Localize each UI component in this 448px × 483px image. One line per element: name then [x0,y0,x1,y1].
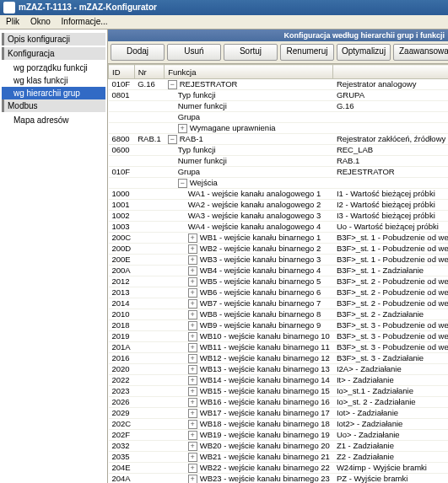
cell-id: 200A [109,266,135,276]
btn-dodaj[interactable]: Dodaj [111,44,165,61]
grid-row[interactable]: 0801Typ funkcjiGRUPA [109,90,449,101]
expand-icon[interactable]: + [188,475,197,483]
grid-row[interactable]: Grupa [109,112,449,123]
grid-row[interactable]: 010FGrupaREJESTRATOR [109,167,449,178]
cell-extra: B3F>_st. 1 - Pobudzenie od wejścia 1 [333,233,448,244]
grid-row[interactable]: 200A+WB4 - wejście kanału binarnego 4B3F… [109,266,449,276]
cell-nr [134,112,164,123]
grid-row[interactable]: 6800RAB.1−RAB-1Rejestrator zakłóceń, źró… [109,134,449,145]
grid-row[interactable]: 010FG.16−REJESTRATORRejestrator analogow… [109,79,449,90]
grid-row[interactable]: 2019+WB10 - wejście kanału binarnego 10B… [109,331,449,342]
grid-row[interactable]: 2020+WB13 - wejście kanału binarnego 13I… [109,364,449,375]
sidebar-item-klas[interactable]: wg klas funkcji [2,74,105,87]
sidebar-head-konfig[interactable]: Konfiguracja [2,47,105,60]
btn-optymalizuj[interactable]: Optymalizuj [337,44,391,61]
expand-icon[interactable]: + [188,409,197,418]
cell-extra: Rejestrator analogowy [333,79,448,90]
cell-funkcja-text: WB11 - wejście kanału binarnego 11 [200,342,330,352]
grid-row[interactable]: −Wejścia [109,178,449,189]
grid-row[interactable]: 2018+WB9 - wejście kanału binarnego 9B3F… [109,320,449,331]
btn-usun[interactable]: Usuń [167,44,221,61]
expand-icon[interactable]: + [188,244,197,254]
cell-funkcja-text: RAB-1 [180,134,203,143]
sidebar-item-hierarchii[interactable]: wg hierarchii grup [2,87,105,99]
btn-zaawansowane[interactable]: Zaawansowane [393,44,448,61]
grid-row[interactable]: 201A+WB11 - wejście kanału binarnego 11B… [109,342,449,353]
grid-row[interactable]: 0600Typ funkcjiREC_LAB [109,145,449,156]
expand-icon[interactable]: + [188,332,197,341]
col-header-extra[interactable] [333,65,448,79]
grid-row[interactable]: 2016+WB12 - wejście kanału binarnego 12B… [109,353,449,364]
expand-icon[interactable]: + [188,277,197,287]
grid-row[interactable]: Numer funkcjiG.16 [109,101,449,112]
btn-sortuj[interactable]: Sortuj [224,44,278,61]
expand-icon[interactable]: + [188,442,197,451]
expand-icon[interactable]: + [188,310,197,319]
grid-row[interactable]: 202F+WB19 - wejście kanału binarnego 19U… [109,430,449,441]
grid-row[interactable]: 2010+WB8 - wejście kanału binarnego 8B3F… [109,309,449,320]
expand-icon[interactable]: + [188,398,197,407]
menu-okno[interactable]: Okno [26,15,55,29]
cell-extra: B3F>_st. 1 - Pobudzenie od wejścia 2 [333,244,448,255]
grid-row[interactable]: 2032+WB20 - wejście kanału binarnego 20Z… [109,441,449,452]
expand-icon[interactable]: + [188,233,197,243]
collapse-icon[interactable]: − [168,80,177,89]
grid-row[interactable]: 202C+WB18 - wejście kanału binarnego 18I… [109,419,449,430]
expand-icon[interactable]: + [188,343,197,352]
cell-id: 6800 [109,134,135,145]
cell-nr [134,189,164,200]
cell-id: 1000 [109,189,135,200]
expand-icon[interactable]: + [188,288,197,298]
col-header-nr[interactable]: Nr [134,65,164,79]
col-header-id[interactable]: ID [109,65,135,79]
cell-funkcja-text: Typ funkcji [178,90,216,99]
expand-icon[interactable]: + [188,420,197,429]
grid-row[interactable]: 2012+WB5 - wejście kanału binarnego 5B3F… [109,276,449,287]
grid-row[interactable]: 2026+WB16 - wejście kanału binarnego 16I… [109,397,449,408]
grid-row[interactable]: 1002WA3 - wejście kanału analogowego 3I3… [109,211,449,222]
collapse-icon[interactable]: − [178,179,187,188]
grid-row[interactable]: 2023+WB15 - wejście kanału binarnego 15I… [109,386,449,397]
grid-row[interactable]: 2013+WB6 - wejście kanału binarnego 6B3F… [109,287,449,298]
expand-icon[interactable]: + [188,299,197,309]
grid-row[interactable]: Numer funkcjiRAB.1 [109,156,449,167]
expand-icon[interactable]: + [188,266,197,276]
cell-funkcja: −RAB-1 [165,134,333,145]
grid-row[interactable]: 1001WA2 - wejście kanału analogowego 2I2… [109,200,449,211]
grid-row[interactable]: 200C+WB1 - wejście kanału binarnego 1B3F… [109,233,449,244]
expand-icon[interactable]: + [188,431,197,440]
col-header-funkcja[interactable]: Funkcja [165,65,333,79]
btn-renumeruj[interactable]: Renumeruj [280,44,334,61]
grid-row[interactable]: 2029+WB17 - wejście kanału binarnego 17I… [109,408,449,419]
toolbar: Dodaj Usuń Sortuj Renumeruj Optymalizuj … [108,41,448,64]
tree-grid[interactable]: ID Nr Funkcja 010FG.16−REJESTRATORRejest… [108,64,448,483]
expand-icon[interactable]: + [188,321,197,330]
sidebar-item-porzadek[interactable]: wg porządku funkcji [2,62,105,74]
grid-row[interactable]: 1003WA4 - wejście kanału analogowego 4Uo… [109,222,449,233]
expand-icon[interactable]: + [188,376,197,385]
sidebar-head-opis[interactable]: Opis konfiguracji [2,33,105,46]
expand-icon[interactable]: + [188,453,197,462]
expand-icon[interactable]: + [188,354,197,363]
expand-icon[interactable]: + [188,365,197,374]
grid-row[interactable]: 1000WA1 - wejście kanału analogowego 1I1… [109,189,449,200]
collapse-icon[interactable]: − [168,135,177,144]
grid-row[interactable]: +Wymagane uprawnienia [109,123,449,134]
expand-icon[interactable]: + [188,464,197,473]
cell-funkcja-text: WB1 - wejście kanału binarnego 1 [200,233,321,242]
sidebar-item-mapa[interactable]: Mapa adresów [2,114,105,126]
grid-row[interactable]: 204E+WB22 - wejście kanału binarnego 22W… [109,463,449,474]
grid-row[interactable]: 204A+WB23 - wejście kanału binarnego 23P… [109,474,449,484]
menu-informacje[interactable]: Informacje... [57,15,112,29]
grid-row[interactable]: 200E+WB3 - wejście kanału binarnego 3B3F… [109,255,449,266]
expand-icon[interactable]: + [188,387,197,396]
grid-row[interactable]: 2035+WB21 - wejście kanału binarnego 21Z… [109,452,449,463]
menu-plik[interactable]: Plik [2,15,24,29]
expand-icon[interactable]: + [178,124,187,133]
sidebar-head-modbus[interactable]: Modbus [2,99,105,112]
cell-funkcja: +WB18 - wejście kanału binarnego 18 [165,419,333,430]
grid-row[interactable]: 2014+WB7 - wejście kanału binarnego 7B3F… [109,298,449,309]
expand-icon[interactable]: + [188,255,197,265]
grid-row[interactable]: 2022+WB14 - wejście kanału binarnego 14I… [109,375,449,386]
grid-row[interactable]: 200D+WB2 - wejście kanału binarnego 2B3F… [109,244,449,255]
